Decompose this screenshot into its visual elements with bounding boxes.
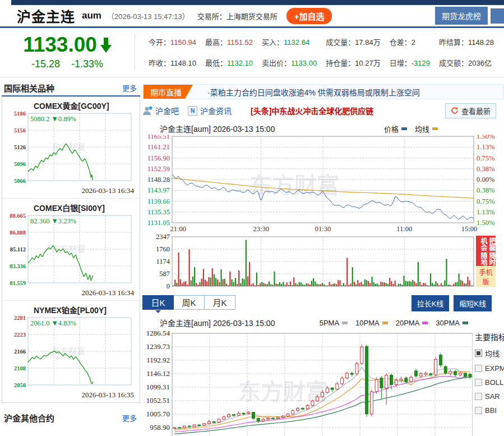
checked-checkbox-icon[interactable] <box>475 350 482 357</box>
volume-chart-svg: 2347176011745870 <box>143 235 504 291</box>
indicator-SAR[interactable]: SAR <box>475 392 504 401</box>
svg-text:1143.97: 1143.97 <box>147 186 170 194</box>
tab-weekly-k[interactable]: 周K <box>173 295 205 310</box>
unchecked-checkbox-icon[interactable] <box>475 379 482 386</box>
quote-stats-grid: 今开：1150.94最高：1151.52买入：1132.64成交量：17.84万… <box>135 34 504 70</box>
top-headline-link[interactable]: [头条]中东战火冲击全球化肥供应链 <box>251 105 373 116</box>
svg-text:2108: 2108 <box>14 365 26 371</box>
mobile-banner-text: 把握机会 随时随地 <box>476 236 496 266</box>
indicator-均线[interactable]: 均线 <box>475 348 504 359</box>
mini-chart-title: COMEX白银[SI00Y] <box>34 202 140 213</box>
svg-text:83.336: 83.336 <box>10 263 26 269</box>
stretch-kline-button[interactable]: 拉长K线 <box>411 295 450 311</box>
indicator-BBI[interactable]: BBI <box>475 406 504 415</box>
price-legend-swatch <box>401 127 407 130</box>
svg-text:1.13%: 1.13% <box>477 143 494 151</box>
stat-最低: 最低：1132.10 <box>205 57 253 68</box>
svg-text:11:00: 11:00 <box>396 225 412 233</box>
intraday-legend: 价格 均线 <box>384 123 438 134</box>
svg-text:1161.21: 1161.21 <box>147 143 170 151</box>
svg-text:1139.66: 1139.66 <box>147 198 170 205</box>
tab-monthly-k[interactable]: 月K <box>204 295 235 310</box>
stat-日增: 日增：-3129 <box>390 57 430 68</box>
kline-period-tabs: 日K 周K 月K 拉长K线 缩短K线 <box>143 295 504 314</box>
stat-仓差: 仓差：2 <box>390 36 430 47</box>
forum-link[interactable]: 沪金吧 <box>155 105 179 116</box>
svg-text:5066: 5066 <box>14 178 26 184</box>
live-news-headline[interactable]: ·菜粕主力合约日间盘收涨逾4% 供需双弱格局或限制上涨空间 <box>207 86 420 98</box>
news-link[interactable]: 沪金资讯 <box>200 105 232 116</box>
svg-text:1148.28: 1148.28 <box>147 176 170 183</box>
last-price: 1133.00 <box>23 34 97 56</box>
kline-zoom-buttons: 拉长K线 缩短K线 <box>411 295 492 311</box>
volume-chart: 2347176011745870 把握机会 随时随地 手机版 <box>143 235 504 291</box>
intraday-chart-svg: 1165.511161.211156.901152.591148.281143.… <box>143 135 504 235</box>
links-row: 沪金吧 N 沪金资讯 [头条]中东战火冲击全球化肥供应链 查看最新 <box>143 103 504 118</box>
sidebar-more-link[interactable]: 更多 <box>122 82 137 93</box>
other-contracts-more-link[interactable]: 更多 <box>122 412 137 423</box>
tab-daily-k[interactable]: 日K <box>142 295 174 310</box>
price-change: -15.28 <box>31 58 60 70</box>
sidebar: 国际相关品种 更多 COMEX黄金[GC00Y]5186515651265096… <box>0 80 140 436</box>
svg-text:958.90: 958.90 <box>150 423 170 432</box>
svg-text:1239.73: 1239.73 <box>146 342 170 351</box>
svg-text:1.50%: 1.50% <box>477 219 494 227</box>
svg-text:1286.54: 1286.54 <box>146 330 170 337</box>
svg-text:1192.92: 1192.92 <box>146 356 170 364</box>
svg-text:81.559: 81.559 <box>10 280 26 286</box>
indicator-EXPMA[interactable]: EXPMA <box>475 364 504 373</box>
unchecked-checkbox-icon[interactable] <box>475 365 482 372</box>
live-news-bar: 期市直播 ·菜粕主力合约日间盘收涨逾4% 供需双弱格局或限制上涨空间 <box>143 84 504 99</box>
mobile-app-banner[interactable]: 把握机会 随时随地 手机版 <box>476 236 496 287</box>
unchecked-checkbox-icon[interactable] <box>475 407 482 414</box>
dragon-tiger-button[interactable]: 期货龙虎榜 <box>435 7 488 25</box>
stat-昨收: 昨收：1148.10 <box>149 57 196 68</box>
ma10-legend-swatch <box>382 322 388 324</box>
quote-timestamp: （2026-03-13 15:47:13） <box>107 11 189 21</box>
svg-text:5080.2 ▼0.89%: 5080.2 ▼0.89% <box>30 115 76 123</box>
svg-text:1760: 1760 <box>156 245 170 253</box>
refresh-latest-button[interactable]: 查看最新 <box>445 103 496 118</box>
indicator-BOLL[interactable]: BOLL <box>475 378 504 387</box>
mini-chart-svg: 88.66586.88885.11283.33681.55982.360 ▼3.… <box>2 213 136 288</box>
mini-chart-svg: 518651565126509650665080.2 ▼0.89% <box>2 111 136 186</box>
kline-chart-svg: 1286.541239.731192.921146.121099.311052.… <box>143 330 473 436</box>
sidebar-title: 国际相关品种 <box>4 82 54 94</box>
partial-edge-button[interactable] <box>491 8 504 24</box>
mini-chart-mini_silver[interactable]: COMEX白银[SI00Y]88.66586.88885.11283.33681… <box>2 199 140 301</box>
price-change-pct: -1.33% <box>71 58 103 70</box>
ma30-legend-swatch <box>463 322 468 324</box>
svg-text:2281: 2281 <box>14 315 26 321</box>
mini-chart-mini_gold[interactable]: COMEX黄金[GC00Y]518651565126509650665080.2… <box>2 97 140 199</box>
svg-text:1.50%: 1.50% <box>477 135 494 140</box>
mini-chart-mini_platinum[interactable]: NYMEX铂金[PL00Y]228122232166210820502061.0… <box>2 301 140 402</box>
svg-text:88.665: 88.665 <box>10 213 26 219</box>
add-watchlist-button[interactable]: +加自选 <box>286 8 332 24</box>
kline-chart: 1286.541239.731192.921146.121099.311052.… <box>143 330 473 436</box>
svg-text:1135.35: 1135.35 <box>147 208 170 216</box>
shrink-kline-button[interactable]: 缩短K线 <box>454 295 492 311</box>
svg-text:1.13%: 1.13% <box>477 208 494 216</box>
stat-成交额: 成交额：2036亿 <box>439 57 494 68</box>
stat-卖出价: 卖出价：1133.00 <box>262 57 317 68</box>
refresh-icon <box>451 107 459 114</box>
svg-text:1131.05: 1131.05 <box>147 219 170 227</box>
kline-chart-title: 沪金主连[aum] 2026-03-13 15:00 <box>160 317 275 328</box>
svg-text:1156.90: 1156.90 <box>147 154 170 162</box>
stat-持仓量: 持仓量：10.27万 <box>326 57 381 68</box>
svg-text:15:00: 15:00 <box>461 225 477 233</box>
indicator-list: 均线EXPMABOLLSARBBI <box>475 348 504 415</box>
mini-chart-title: NYMEX铂金[PL00Y] <box>34 304 140 315</box>
indicator-panel-title: 主要指标 <box>475 331 504 342</box>
svg-text:5096: 5096 <box>14 161 26 167</box>
stat-买入: 买入：1132.64 <box>262 36 317 47</box>
mini-chart-title: COMEX黄金[GC00Y] <box>34 100 140 111</box>
svg-text:85.112: 85.112 <box>10 246 26 253</box>
price-down-arrow-icon <box>100 38 112 53</box>
page-title: 沪金主连 <box>17 6 75 26</box>
kline-title-row: 沪金主连[aum] 2026-03-13 15:00 5PMA 10PMA 20… <box>160 316 504 329</box>
unchecked-checkbox-icon[interactable] <box>475 393 482 400</box>
top-nav-strip <box>11 0 504 5</box>
svg-text:1005.70: 1005.70 <box>146 410 170 418</box>
contract-code: aum <box>82 10 101 21</box>
